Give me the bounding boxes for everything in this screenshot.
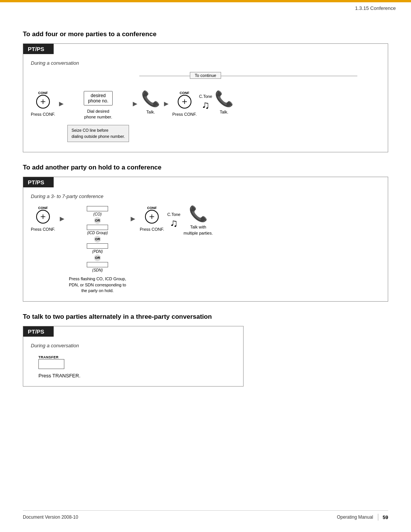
or-3: OR (94, 254, 101, 261)
s2-arrow1: ► (58, 214, 66, 223)
step1: CONF Press CONF. (31, 91, 55, 117)
step4: CONF Press CONF. (172, 91, 197, 117)
section3-heading: To talk to two parties alternately in a … (23, 313, 388, 321)
icd-btn (87, 225, 108, 230)
section1-heading: To add four or more parties to a confere… (23, 30, 388, 38)
step3: 📞 Talk. (141, 91, 160, 115)
header-title: 1.3.15 Conference (355, 5, 396, 11)
s2-step1-label: Press CONF. (31, 227, 55, 232)
co-btn (87, 206, 108, 211)
continue-line (139, 76, 357, 76)
ctone-label-1: C.Tone (199, 94, 212, 99)
s2-conf-btn-2 (145, 210, 159, 224)
arrow3: ► (162, 99, 170, 108)
transfer-btn-area: TRANSFER (38, 355, 236, 369)
section2-box-label: PT/PS (23, 177, 54, 187)
conf-btn-2 (178, 95, 191, 109)
arrow1: ► (57, 99, 65, 108)
pdn-btn (87, 243, 108, 249)
phone-icon-3: 📞 (189, 206, 208, 221)
note-box: Seize CO line beforedialing outside phon… (67, 125, 129, 142)
s2-step2: (CO) OR (ICD Group) OR (PDN) OR (69, 206, 126, 294)
phone-box: desiredphone no. (84, 91, 112, 105)
section2-diagram: PT/PS During a 3- to 7-party conference … (23, 177, 388, 302)
footer-page: 59 (383, 514, 388, 520)
section2-heading: To add another party on hold to a confer… (23, 164, 388, 171)
section3-step-label: Press TRANSFER. (38, 373, 236, 379)
s2-step3: CONF Press CONF. (140, 206, 164, 232)
header-bar (0, 0, 411, 2)
or-2: OR (94, 236, 101, 243)
phone-icon-1: 📞 (141, 91, 160, 106)
s2-arrow2: ► (129, 214, 137, 223)
step3-label: Talk. (147, 109, 155, 115)
section3-box-label: PT/PS (23, 326, 54, 337)
continue-label: To continue (190, 72, 221, 79)
step4-label: Press CONF. (172, 112, 197, 117)
s2-step2-label: Press flashing CO, ICD Group,PDN, or SDN… (69, 276, 126, 294)
section1-diagram: PT/PS During a conversation To continue … (23, 43, 388, 152)
s2-step4-label: Talk withmultiple parties. (183, 224, 213, 236)
step5-label: Talk. (220, 109, 228, 115)
s2-step1: CONF Press CONF. (31, 206, 55, 232)
step5: 📞 Talk. (215, 91, 234, 115)
footer-doc-version: Document Version 2008-10 (23, 514, 78, 520)
s2-ctone: C.Tone ♫ (167, 212, 180, 230)
section3-diagram: PT/PS During a conversation TRANSFER Pre… (23, 326, 244, 387)
step1-label: Press CONF. (31, 112, 55, 117)
step2: desiredphone no. Dial desiredphone numbe… (67, 91, 129, 142)
s2-step3-label: Press CONF. (140, 227, 164, 232)
s2-conf-btn-1 (36, 210, 50, 224)
or-1: OR (94, 217, 101, 224)
music-icon-1: ♫ (202, 99, 210, 112)
ctone-label-2: C.Tone (167, 212, 180, 217)
section1-box-label: PT/PS (23, 44, 54, 54)
transfer-rect (38, 359, 64, 369)
arrow2: ► (131, 99, 139, 108)
step4b: C.Tone ♫ (199, 94, 212, 112)
conf-btn-1 (36, 95, 50, 109)
footer: Document Version 2008-10 Operating Manua… (23, 510, 388, 521)
s2-step4: 📞 Talk withmultiple parties. (183, 206, 213, 236)
footer-divider (378, 514, 378, 521)
footer-manual: Operating Manual (337, 514, 373, 520)
section3-subtitle: During a conversation (31, 343, 236, 348)
music-icon-2: ♫ (170, 217, 178, 230)
section2-subtitle: During a 3- to 7-party conference (31, 193, 380, 199)
transfer-label-small: TRANSFER (38, 355, 59, 359)
section1-subtitle: During a conversation (31, 60, 380, 66)
sdn-btn (87, 262, 108, 267)
phone-icon-2: 📞 (215, 91, 234, 106)
step2-label: Dial desiredphone number. (84, 109, 112, 120)
